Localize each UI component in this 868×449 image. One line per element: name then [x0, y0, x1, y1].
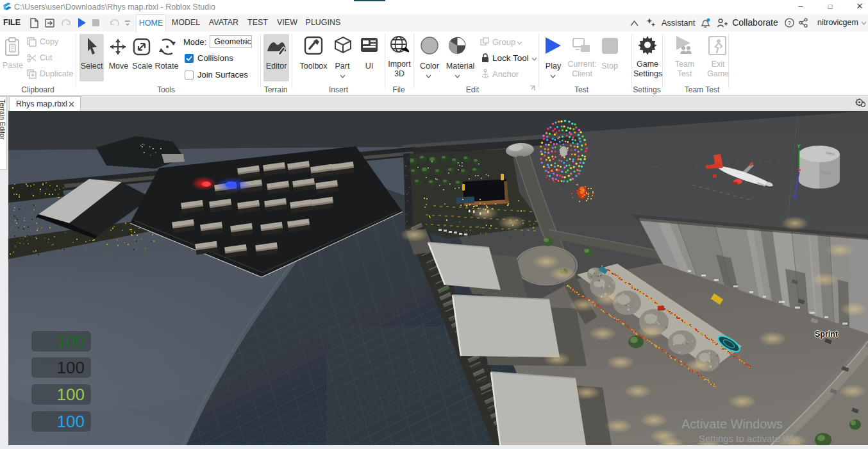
svg-text:Y: Y [797, 143, 801, 149]
svg-text:Z: Z [794, 192, 797, 198]
svg-text:?: ? [788, 20, 791, 26]
